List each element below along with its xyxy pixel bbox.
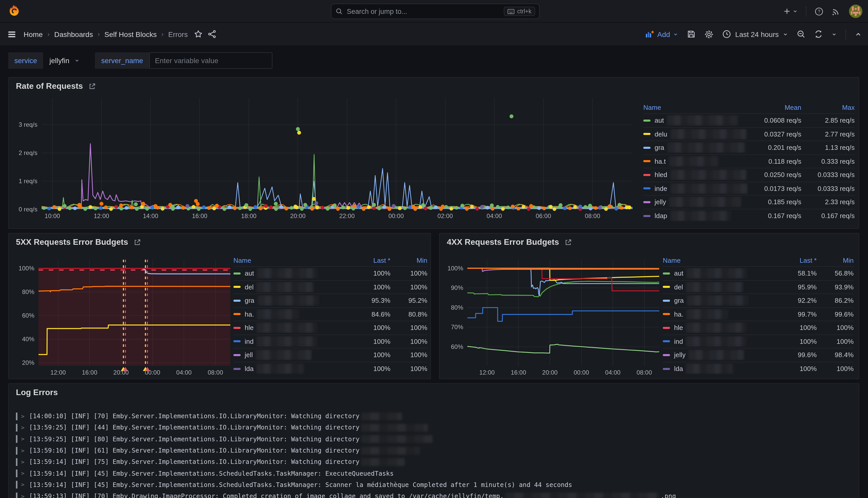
panel-title[interactable]: Rate of Requests — [9, 78, 859, 95]
panel-title[interactable]: 4XX Requests Error Budgets — [440, 234, 859, 251]
series-name[interactable]: ha.t — [643, 156, 748, 167]
log-message: [13:59:16] [INF] [61] Emby.Server.Implem… — [29, 447, 359, 454]
series-name[interactable]: jelly — [643, 197, 748, 208]
log-row[interactable]: >[13:59:16] [INF] [61] Emby.Server.Imple… — [16, 445, 854, 456]
series-name[interactable]: gra — [233, 295, 353, 306]
log-row[interactable]: >[13:59:14] [INF] [45] Emby.Server.Imple… — [16, 468, 854, 479]
log-row[interactable]: >[13:59:13] [INF] [70] Emby.Drawing.Imag… — [16, 490, 854, 498]
refresh-interval-dropdown[interactable] — [831, 31, 837, 37]
log-message: [14:00:10] [INF] [70] Emby.Server.Implem… — [29, 412, 359, 420]
news-button[interactable] — [831, 7, 840, 16]
dashboard-settings-button[interactable] — [704, 29, 713, 39]
share-icon — [208, 30, 216, 39]
legend-col-name[interactable]: Name — [663, 256, 780, 264]
add-panel-button[interactable]: Add — [645, 30, 678, 38]
series-name[interactable]: aut — [233, 268, 353, 279]
refresh-button[interactable] — [814, 30, 823, 39]
external-link-icon[interactable] — [133, 238, 141, 246]
panel-title[interactable]: Log Errors — [9, 384, 859, 401]
log-row[interactable]: >[13:59:25] [INF] [44] Emby.Server.Imple… — [16, 422, 854, 434]
external-link-icon[interactable] — [88, 82, 96, 90]
search-box[interactable]: ctrl+k — [331, 4, 540, 19]
series-name[interactable]: del — [663, 282, 780, 292]
series-name[interactable]: aut — [643, 115, 748, 126]
legend-col-max[interactable]: Max — [801, 103, 855, 111]
breadcrumb-item-home[interactable]: Home — [24, 30, 43, 38]
svg-text:06:00: 06:00 — [536, 212, 551, 219]
series-name[interactable]: lda — [663, 364, 780, 374]
variable-server-name-input[interactable] — [149, 52, 272, 69]
collapse-toolbar-button[interactable] — [855, 30, 862, 38]
breadcrumb-item-self-host-blocks[interactable]: Self Host Blocks — [104, 30, 157, 38]
redacted-text — [686, 309, 729, 320]
series-name[interactable]: ldap — [643, 211, 748, 221]
grafana-logo-icon[interactable] — [8, 4, 22, 18]
series-name[interactable]: gra — [663, 295, 780, 306]
search-input[interactable] — [347, 8, 500, 15]
help-button[interactable]: ? — [815, 7, 823, 16]
log-row[interactable]: >[14:00:10] [INF] [70] Emby.Server.Imple… — [16, 410, 854, 422]
breadcrumb-item-dashboards[interactable]: Dashboards — [54, 30, 93, 38]
expand-row-icon[interactable]: > — [21, 413, 24, 419]
external-link-icon[interactable] — [564, 238, 572, 246]
legend-col-last[interactable]: Last * — [353, 256, 390, 264]
expand-row-icon[interactable]: > — [21, 424, 24, 431]
series-name[interactable]: hle — [663, 323, 780, 333]
legend-value: 95.3% — [353, 297, 390, 304]
series-name[interactable]: jelly — [663, 350, 780, 361]
variable-service-select[interactable]: jellyfin — [43, 52, 86, 69]
time-range-picker[interactable]: Last 24 hours — [722, 30, 788, 39]
legend-col-name[interactable]: Name — [643, 103, 748, 111]
4xx-error-budget-chart[interactable]: 60%70%80%90%100%12:0016:0020:0000:0004:0… — [444, 251, 664, 377]
series-name[interactable]: ind — [233, 336, 353, 347]
chevron-down-icon — [792, 9, 798, 14]
series-name[interactable]: gra — [643, 142, 748, 153]
zoom-out-button[interactable] — [797, 30, 805, 39]
series-name[interactable]: delu — [643, 129, 748, 140]
series-name-prefix: delu — [655, 130, 667, 138]
menu-button[interactable] — [7, 29, 16, 39]
legend-col-min[interactable]: Min — [817, 256, 854, 264]
series-name[interactable]: hle — [233, 323, 353, 333]
redacted-text — [670, 211, 731, 221]
expand-row-icon[interactable]: > — [21, 482, 24, 488]
log-row[interactable]: >[13:59:25] [INF] [80] Emby.Server.Imple… — [16, 433, 854, 445]
panel-title[interactable]: 5XX Requests Error Budgets — [9, 234, 430, 251]
legend-row: del100%100% — [233, 280, 427, 294]
new-button[interactable] — [783, 7, 798, 15]
favorite-button[interactable] — [194, 30, 203, 39]
series-name[interactable]: ha. — [233, 309, 353, 320]
expand-row-icon[interactable]: > — [21, 493, 24, 498]
svg-text:08:00: 08:00 — [585, 212, 600, 219]
expand-row-icon[interactable]: > — [21, 459, 24, 466]
redacted-text — [257, 268, 318, 279]
svg-text:90%: 90% — [451, 284, 463, 291]
5xx-error-budget-chart[interactable]: 20%40%60%80%100%12:0016:0020:0000:0004:0… — [13, 251, 236, 377]
legend-value: 100% — [390, 365, 427, 373]
series-name[interactable]: hled — [643, 170, 748, 180]
log-row[interactable]: >[13:59:14] [INF] [75] Emby.Server.Imple… — [16, 456, 854, 468]
series-name[interactable]: jell — [233, 350, 353, 361]
avatar[interactable] — [849, 4, 863, 18]
legend-col-name[interactable]: Name — [233, 256, 353, 264]
series-name-prefix: ldap — [655, 212, 667, 220]
series-name[interactable]: inde — [643, 183, 748, 194]
series-name[interactable]: aut — [663, 268, 780, 279]
series-name[interactable]: ind — [663, 336, 780, 347]
series-name[interactable]: del — [233, 282, 353, 292]
save-dashboard-button[interactable] — [687, 30, 696, 39]
series-name[interactable]: ha. — [663, 309, 780, 320]
expand-row-icon[interactable]: > — [21, 447, 24, 454]
legend-col-min[interactable]: Min — [390, 256, 427, 264]
legend-row: hled0.0250 req/s0.0333 req/s — [643, 168, 855, 182]
rate-of-requests-chart[interactable]: 0 req/s1 req/s2 req/s3 req/s10:0012:0014… — [13, 95, 641, 224]
expand-row-icon[interactable]: > — [21, 470, 24, 477]
svg-text:16:00: 16:00 — [192, 212, 207, 219]
legend-col-mean[interactable]: Mean — [748, 103, 801, 111]
legend-col-last[interactable]: Last * — [780, 256, 817, 264]
svg-text:18:00: 18:00 — [241, 212, 256, 219]
log-row[interactable]: >[13:59:14] [INF] [45] Emby.Server.Imple… — [16, 479, 854, 491]
share-button[interactable] — [208, 30, 216, 39]
series-name[interactable]: lda — [233, 364, 353, 374]
expand-row-icon[interactable]: > — [21, 436, 24, 442]
